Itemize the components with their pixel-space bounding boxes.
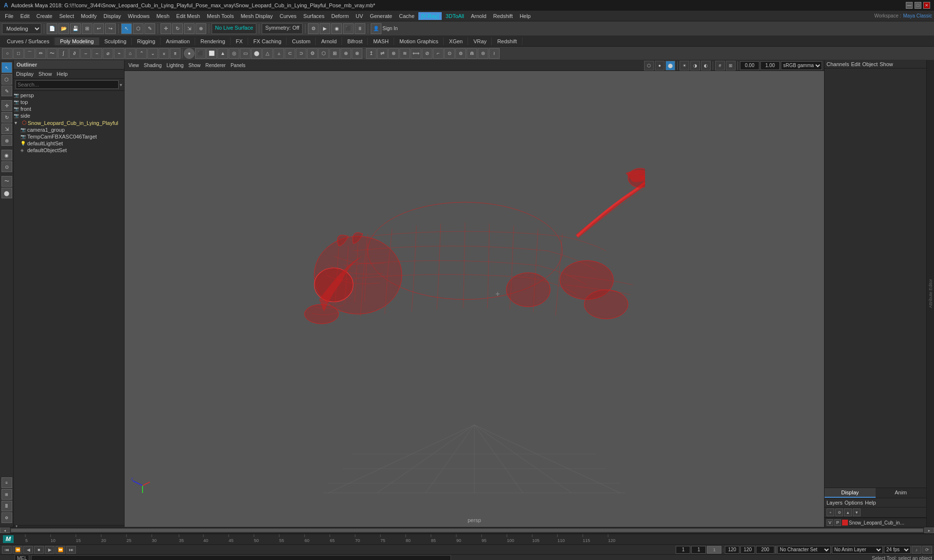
show-menu[interactable]: Show: [186, 62, 202, 69]
menu-file[interactable]: File: [2, 12, 17, 20]
menu-display[interactable]: Display: [101, 12, 124, 20]
loop-button[interactable]: ⟳: [922, 546, 932, 554]
tool-curve8[interactable]: ⌁: [114, 48, 125, 59]
play-forward-button[interactable]: ▶: [45, 546, 54, 554]
vp-shadow-button[interactable]: ◑: [690, 61, 700, 70]
list-item[interactable]: 📷 TempCamFBXASC046Target: [14, 133, 124, 140]
tool-cube[interactable]: ⬛: [195, 48, 206, 59]
new-file-button[interactable]: 📄: [47, 23, 57, 34]
character-set-dropdown[interactable]: No Character Set: [777, 546, 831, 554]
tool-pipe[interactable]: ⊂: [285, 48, 295, 59]
tool-curve4[interactable]: ∂: [69, 48, 80, 59]
menu-windows[interactable]: Windows: [125, 12, 153, 20]
close-button[interactable]: ✕: [923, 2, 930, 9]
redo-button[interactable]: ↪: [105, 23, 116, 34]
outliner-scroll-bottom[interactable]: ▾: [14, 525, 124, 527]
fps-dropdown[interactable]: 24 fps 30 fps 60 fps: [884, 546, 911, 554]
tab-vray[interactable]: VRay: [468, 37, 492, 45]
universal-mode-button[interactable]: ⊕: [1, 135, 12, 146]
soft-select-button[interactable]: ◉: [1, 150, 12, 160]
layers-menu[interactable]: Layers: [826, 500, 843, 506]
save-as-button[interactable]: ⊞: [82, 23, 92, 34]
menu-mesh-display[interactable]: Mesh Display: [238, 12, 276, 20]
tool-pyramid[interactable]: ▵: [273, 48, 284, 59]
shading-menu[interactable]: Shading: [142, 62, 164, 69]
channels-label[interactable]: Channels: [826, 61, 849, 67]
timeline-scroll-left[interactable]: ◂: [0, 527, 10, 533]
tool-curve2[interactable]: 〜: [47, 48, 57, 59]
tab-redshift[interactable]: Redshift: [492, 37, 522, 45]
pause-render-button[interactable]: ⏸: [355, 23, 365, 34]
layer-playback-button[interactable]: P: [834, 519, 841, 526]
tool-cone[interactable]: ▲: [217, 48, 228, 59]
tool-curve11[interactable]: ⌄: [147, 48, 158, 59]
attribute-editor-button[interactable]: ≣: [1, 501, 12, 511]
list-item[interactable]: ▼ ⬡ Snow_Leopard_Cub_in_Lying_Playful: [14, 119, 124, 126]
snap-button[interactable]: ⊙: [1, 161, 12, 172]
symmetry-button[interactable]: Symmetry: Off: [262, 23, 303, 34]
step-back-button[interactable]: ⏪: [13, 546, 22, 554]
transform-tool-button[interactable]: ⊕: [196, 23, 206, 34]
new-layer-button[interactable]: +: [826, 508, 834, 516]
outliner-display-menu[interactable]: Display: [15, 70, 35, 77]
list-item[interactable]: 📷 camera1_group: [14, 126, 124, 133]
view-menu[interactable]: View: [126, 62, 141, 69]
tool-circle[interactable]: ○: [2, 48, 13, 59]
tab-rendering[interactable]: Rendering: [196, 37, 231, 45]
panels-menu[interactable]: Panels: [229, 62, 248, 69]
range-end-input[interactable]: [756, 546, 774, 554]
tool-bevel[interactable]: ⌐: [433, 48, 444, 59]
timeline-scroll-track[interactable]: [11, 528, 923, 532]
sign-in-button[interactable]: 👤: [371, 23, 381, 34]
list-item[interactable]: ◈ defaultObjectSet: [14, 147, 124, 154]
3d-viewport[interactable]: front: [125, 71, 824, 527]
tool-curve6[interactable]: ⌢: [91, 48, 102, 59]
vp-wireframe-button[interactable]: ⬡: [644, 61, 654, 70]
tool-curve13[interactable]: ⌆: [170, 48, 180, 59]
tool-inset[interactable]: ⊙: [444, 48, 455, 59]
tool-mirror[interactable]: ⟺: [411, 48, 421, 59]
tab-poly-modeling[interactable]: Poly Modeling: [55, 37, 99, 45]
tab-curves-surfaces[interactable]: Curves / Surfaces: [2, 37, 54, 45]
menu-curves[interactable]: Curves: [277, 12, 300, 20]
help-menu-layers[interactable]: Help: [865, 500, 876, 506]
menu-deform[interactable]: Deform: [328, 12, 352, 20]
tab-fx-caching[interactable]: FX Caching: [249, 37, 287, 45]
menu-surfaces[interactable]: Surfaces: [301, 12, 327, 20]
tool-extrude[interactable]: ↥: [366, 48, 377, 59]
ipr-render-button[interactable]: ◉: [331, 23, 342, 34]
scale-tool-button[interactable]: ⇲: [184, 23, 195, 34]
vp-grid-button[interactable]: #: [715, 61, 725, 70]
tab-motion-graphics[interactable]: Motion Graphics: [395, 37, 444, 45]
list-item[interactable]: 💡 defaultLightSet: [14, 140, 124, 147]
tool-poke[interactable]: ⊚: [455, 48, 466, 59]
rotate-tool-button[interactable]: ↻: [172, 23, 183, 34]
menu-vray[interactable]: [V-Ray]: [418, 12, 442, 20]
menu-arnold[interactable]: Arnold: [468, 12, 489, 20]
outliner-help-menu[interactable]: Help: [55, 70, 70, 77]
tool-sphere[interactable]: ●: [184, 48, 195, 59]
mel-label[interactable]: MEL: [15, 555, 29, 560]
anim-layer-dropdown[interactable]: No Anim Layer: [832, 546, 883, 554]
vp-smooth-button[interactable]: ●: [655, 61, 665, 70]
sound-button[interactable]: ♪: [912, 546, 921, 554]
tool-curve7[interactable]: ⌀: [103, 48, 113, 59]
menu-edit[interactable]: Edit: [18, 12, 33, 20]
select-mode-button[interactable]: ↖: [1, 62, 12, 73]
channel-show-menu[interactable]: Show: [880, 61, 893, 67]
channel-box-button[interactable]: ⊞: [1, 489, 12, 500]
tool-curve9[interactable]: ⌂: [125, 48, 136, 59]
vp-texture-button[interactable]: ⬤: [665, 61, 675, 70]
sculpt-button[interactable]: 〜: [1, 176, 12, 187]
render-settings-button[interactable]: ⚙: [308, 23, 319, 34]
move-tool-button[interactable]: ✛: [161, 23, 171, 34]
tool-curve-pen[interactable]: ✏: [36, 48, 46, 59]
list-item[interactable]: 📷 persp: [14, 92, 124, 99]
tool-curve10[interactable]: ⌃: [136, 48, 147, 59]
tab-animation[interactable]: Animation: [161, 37, 195, 45]
tab-xgen[interactable]: XGen: [444, 37, 468, 45]
tool-curve3[interactable]: ∫: [58, 48, 69, 59]
display-tab[interactable]: Display: [825, 488, 876, 498]
menu-3dtoall[interactable]: 3DToAll: [443, 12, 467, 20]
menu-modify[interactable]: Modify: [78, 12, 99, 20]
